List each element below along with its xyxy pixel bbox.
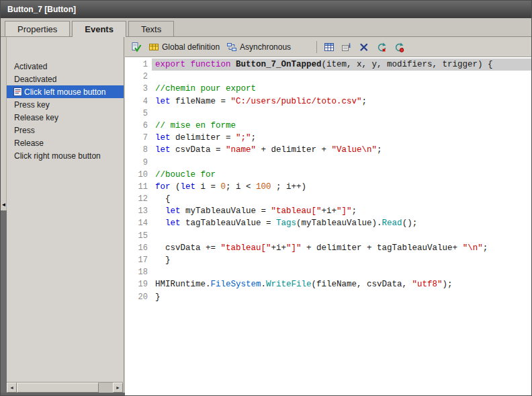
insert-instruction-button[interactable]: i xyxy=(339,40,355,54)
line-number: 3 xyxy=(125,83,152,95)
inspector-window: Button_7 [Button] Properties Events Text… xyxy=(0,0,532,396)
synchronize-icon xyxy=(394,42,404,52)
code-line-20[interactable]: 20} xyxy=(125,291,531,303)
event-item-label: Activated xyxy=(14,62,47,71)
discard-changes-button[interactable] xyxy=(373,40,390,54)
events-panel: ActivatedDeactivatedClick left mouse but… xyxy=(7,37,124,395)
code-line-9[interactable]: 9 xyxy=(125,157,531,169)
code-line-12[interactable]: 12 { xyxy=(125,193,531,205)
code-text xyxy=(152,71,531,83)
code-line-8[interactable]: 8let csvData = "name" + delimiter + "Val… xyxy=(125,144,531,156)
line-number: 18 xyxy=(125,266,152,278)
asynchronous-icon xyxy=(226,42,237,52)
event-item-release-key[interactable]: Release key xyxy=(7,111,124,124)
code-line-19[interactable]: 19HMIRuntime.FileSystem.WriteFile(fileNa… xyxy=(125,278,531,290)
global-definition-icon xyxy=(148,42,159,52)
event-item-label: Release key xyxy=(14,113,58,122)
insert-table-button[interactable] xyxy=(321,40,337,54)
code-text: HMIRuntime.FileSystem.WriteFile(fileName… xyxy=(152,278,531,290)
event-script-icon xyxy=(13,87,22,96)
code-line-13[interactable]: 13 let myTableauValue = "tableau["+i+"]"… xyxy=(125,205,531,217)
insert-instruction-icon: i xyxy=(341,42,352,52)
code-text xyxy=(152,157,531,169)
code-line-3[interactable]: 3//chemin pour export xyxy=(125,83,531,95)
tab-strip: Properties Events Texts xyxy=(1,18,531,37)
line-number: 15 xyxy=(125,230,152,242)
collapse-arrow-icon[interactable]: ◄ xyxy=(1,200,7,209)
code-text: } xyxy=(152,291,531,303)
synchronize-button[interactable] xyxy=(391,40,407,54)
delete-x-icon xyxy=(359,42,369,52)
scroll-right-button[interactable]: ► xyxy=(113,383,123,393)
code-text xyxy=(152,108,531,120)
horizontal-scrollbar[interactable]: ◄ ► xyxy=(7,382,123,393)
event-item-activated[interactable]: Activated xyxy=(7,60,124,73)
scrollbar-thumb[interactable] xyxy=(17,383,99,393)
code-line-6[interactable]: 6// mise en forme xyxy=(125,120,531,132)
code-text: let csvData = "name" + delimiter + "Valu… xyxy=(152,144,531,156)
line-number: 9 xyxy=(125,157,152,169)
window-title: Button_7 [Button] xyxy=(7,5,76,14)
code-text: let myTableauValue = "tableau["+i+"]"; xyxy=(152,205,531,217)
delete-button[interactable] xyxy=(356,40,372,54)
event-item-label: Click right mouse button xyxy=(14,151,101,161)
line-number: 4 xyxy=(125,95,152,108)
line-number: 10 xyxy=(125,169,152,181)
global-definition-label: Global definition xyxy=(162,42,220,52)
event-item-release[interactable]: Release xyxy=(7,136,124,149)
code-line-16[interactable]: 16 csvData += "tableau["+i+"]" + delimit… xyxy=(125,242,531,254)
code-line-5[interactable]: 5 xyxy=(125,108,531,120)
collapse-strip-dark[interactable] xyxy=(1,210,7,393)
line-number: 7 xyxy=(125,132,152,144)
line-number: 17 xyxy=(125,254,152,266)
event-item-label: Press key xyxy=(14,100,50,110)
validate-script-button[interactable] xyxy=(128,40,144,54)
code-line-2[interactable]: 2 xyxy=(125,71,531,83)
asynchronous-label: Asynchronous xyxy=(240,42,291,52)
event-item-label: Click left mouse button xyxy=(24,87,105,97)
script-editor-region: Global definition Asynchronous xyxy=(125,37,531,395)
code-text: } xyxy=(152,254,531,266)
tab-texts[interactable]: Texts xyxy=(128,21,174,36)
tab-events[interactable]: Events xyxy=(72,21,126,37)
line-number: 5 xyxy=(125,108,152,120)
event-item-press-key[interactable]: Press key xyxy=(7,98,124,111)
line-number: 20 xyxy=(125,291,152,303)
code-text: //chemin pour export xyxy=(152,83,531,95)
event-item-deactivated[interactable]: Deactivated xyxy=(7,73,124,85)
code-text: { xyxy=(152,193,531,205)
scroll-left-button[interactable]: ◄ xyxy=(7,383,17,393)
event-item-click-left-mouse-button[interactable]: Click left mouse button xyxy=(7,85,124,98)
table-icon xyxy=(324,42,335,52)
code-line-11[interactable]: 11for (let i = 0; i < 100 ; i++) xyxy=(125,181,531,193)
code-line-18[interactable]: 18 xyxy=(125,266,531,278)
discard-changes-icon xyxy=(376,42,387,52)
code-line-1[interactable]: 1export function Button_7_OnTapped(item,… xyxy=(125,58,531,71)
scrollbar-track[interactable] xyxy=(99,383,113,393)
code-editor[interactable]: 1export function Button_7_OnTapped(item,… xyxy=(125,57,531,395)
line-number: 19 xyxy=(125,278,152,290)
code-line-10[interactable]: 10//boucle for xyxy=(125,169,531,181)
code-line-14[interactable]: 14 let tagTableauValue = Tags(myTableauV… xyxy=(125,217,531,229)
event-item-label: Deactivated xyxy=(14,75,56,84)
code-text: //boucle for xyxy=(152,169,531,181)
event-item-press[interactable]: Press xyxy=(7,124,124,136)
global-definition-button[interactable]: Global definition xyxy=(146,40,222,54)
events-list: ActivatedDeactivatedClick left mouse but… xyxy=(7,60,124,162)
tab-properties[interactable]: Properties xyxy=(5,21,70,36)
toolbar-separator xyxy=(316,41,317,53)
code-text: for (let i = 0; i < 100 ; i++) xyxy=(152,181,531,193)
line-number: 14 xyxy=(125,217,152,229)
code-line-7[interactable]: 7let delimiter = ";"; xyxy=(125,132,531,144)
event-item-label: Press xyxy=(14,126,35,135)
code-line-4[interactable]: 4let fileName = "C:/users/public/toto.cs… xyxy=(125,95,531,108)
code-line-15[interactable]: 15 xyxy=(125,230,531,242)
line-number: 1 xyxy=(125,58,152,71)
asynchronous-button[interactable]: Asynchronous xyxy=(224,40,294,54)
code-text: let delimiter = ";"; xyxy=(152,132,531,144)
code-line-17[interactable]: 17 } xyxy=(125,254,531,266)
line-number: 16 xyxy=(125,242,152,254)
event-item-click-right-mouse-button[interactable]: Click right mouse button xyxy=(7,149,124,162)
line-number: 13 xyxy=(125,205,152,217)
code-text: csvData += "tableau["+i+"]" + delimiter … xyxy=(152,242,531,254)
